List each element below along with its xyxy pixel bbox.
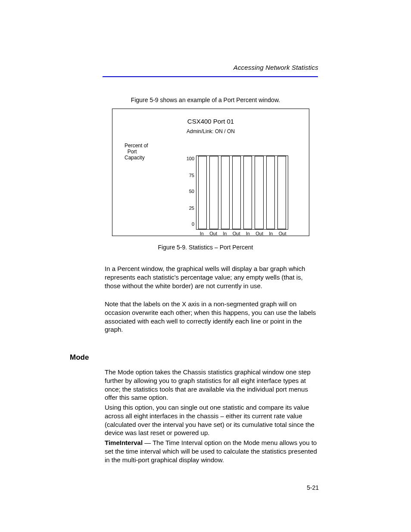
paragraph-5: TimeInterval — The Time Interval option … bbox=[105, 439, 318, 464]
y-axis-label: Percent of Port Capacity bbox=[125, 143, 148, 161]
figure-title: CSX400 Port 01 bbox=[112, 118, 309, 125]
bar-2 bbox=[209, 156, 218, 229]
x-tick-2: Out bbox=[208, 231, 219, 236]
y-tick-50: 50 bbox=[182, 189, 194, 194]
x-tick-1: In bbox=[196, 231, 208, 236]
figure-lead-in: Figure 5-9 shows an example of a Port Pe… bbox=[0, 96, 411, 103]
bar-3 bbox=[221, 156, 230, 229]
bar-plot bbox=[196, 156, 288, 230]
bar-7 bbox=[266, 156, 275, 229]
bar-8 bbox=[277, 156, 286, 229]
horizontal-rule bbox=[103, 76, 318, 77]
x-tick-6: Out bbox=[254, 231, 265, 236]
figure-window: CSX400 Port 01 Admin/Link: ON / ON Perce… bbox=[112, 109, 309, 236]
bar-1 bbox=[198, 156, 207, 229]
y-tick-0: 0 bbox=[182, 221, 194, 227]
paragraph-3: The Mode option takes the Chassis statis… bbox=[105, 368, 318, 402]
y-tick-75: 75 bbox=[182, 173, 194, 178]
paragraph-1: In a Percent window, the graphical wells… bbox=[105, 264, 318, 290]
bar-4 bbox=[232, 156, 241, 229]
x-tick-4: Out bbox=[230, 231, 242, 236]
x-tick-row: In Out In Out In Out In Out bbox=[196, 231, 288, 236]
x-tick-3: In bbox=[219, 231, 231, 236]
y-tick-100: 100 bbox=[182, 156, 194, 161]
paragraph-2: Note that the labels on the X axis in a … bbox=[105, 300, 318, 334]
page-number: 5-21 bbox=[307, 484, 319, 491]
bar-6 bbox=[255, 156, 263, 229]
paragraph-4: Using this option, you can single out on… bbox=[105, 403, 318, 437]
figure-caption: Figure 5-9. Statistics – Port Percent bbox=[0, 244, 411, 251]
x-tick-7: In bbox=[265, 231, 277, 236]
y-tick-25: 25 bbox=[182, 205, 194, 211]
inline-heading-timeinterval: TimeInterval bbox=[105, 439, 143, 446]
heading-mode: Mode bbox=[70, 353, 89, 362]
x-tick-8: Out bbox=[277, 231, 288, 236]
running-head: Accessing Network Statistics bbox=[234, 64, 318, 71]
figure-status: Admin/Link: ON / ON bbox=[112, 128, 309, 134]
bar-5 bbox=[243, 156, 252, 229]
x-tick-5: In bbox=[242, 231, 254, 236]
